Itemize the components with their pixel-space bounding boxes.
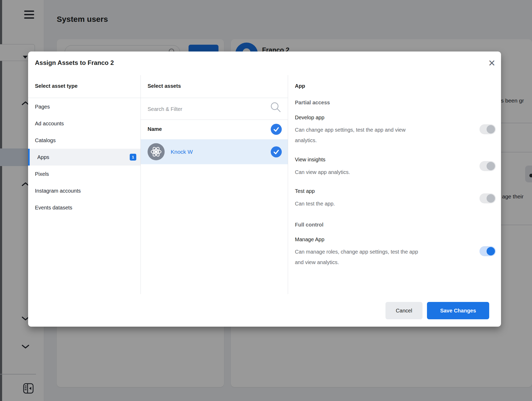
permissions-header: App <box>295 81 305 90</box>
asset-type-pixels[interactable]: Pixels <box>28 166 140 182</box>
manage-app-description: Can manage roles, change app settings, t… <box>295 246 473 268</box>
view-insights-toggle[interactable] <box>479 161 496 171</box>
asset-type-pages[interactable]: Pages <box>28 98 140 115</box>
asset-row-knock-w[interactable]: Knock W <box>141 139 288 164</box>
selected-indicator-bar <box>28 149 30 166</box>
asset-type-catalogs[interactable]: Catalogs <box>28 132 140 149</box>
view-insights-description: Can view app analytics. <box>295 167 473 177</box>
test-app-label: Test app <box>295 187 315 196</box>
test-app-description: Can test the app. <box>295 198 473 209</box>
column-divider <box>140 75 141 294</box>
manage-app-label: Manage App <box>295 235 324 244</box>
manage-app-toggle[interactable] <box>479 246 496 256</box>
search-filter-input[interactable]: Search & Filter <box>148 105 182 114</box>
name-column-header: Name <box>148 125 162 133</box>
develop-app-description: Can change app settings, test the app an… <box>295 125 473 146</box>
partial-access-heading: Partial access <box>295 98 330 107</box>
asset-type-apps-label: Apps <box>37 154 49 160</box>
apps-count-badge: 1 <box>130 154 136 161</box>
asset-type-events-datasets[interactable]: Events datasets <box>28 199 140 216</box>
column-divider <box>288 75 288 294</box>
asset-checkbox-checked[interactable] <box>271 146 282 157</box>
search-icon[interactable] <box>270 102 281 114</box>
assign-assets-dialog: Assign Assets to Franco 2 ✕ Select asset… <box>28 52 501 327</box>
asset-name: Knock W <box>171 139 193 164</box>
asset-type-instagram-accounts[interactable]: Instagram accounts <box>28 182 140 199</box>
assets-header: Select assets <box>148 81 181 90</box>
asset-type-apps[interactable]: Apps <box>28 149 140 166</box>
divider <box>140 98 288 98</box>
divider <box>140 120 288 120</box>
full-control-heading: Full control <box>295 220 324 229</box>
test-app-toggle[interactable] <box>479 193 496 203</box>
view-insights-label: View insights <box>295 155 325 164</box>
asset-type-ad-accounts[interactable]: Ad accounts <box>28 115 140 132</box>
save-changes-button[interactable]: Save Changes <box>427 302 489 319</box>
develop-app-label: Develop app <box>295 113 324 122</box>
screen: System users <box>0 0 532 401</box>
develop-app-toggle[interactable] <box>479 124 496 134</box>
asset-type-header: Select asset type <box>35 81 77 90</box>
divider <box>28 98 140 98</box>
select-all-checkbox[interactable] <box>271 124 282 135</box>
cancel-button[interactable]: Cancel <box>385 302 423 319</box>
dialog-title: Assign Assets to Franco 2 <box>35 58 114 67</box>
app-icon <box>148 143 165 160</box>
close-icon[interactable]: ✕ <box>485 56 499 70</box>
